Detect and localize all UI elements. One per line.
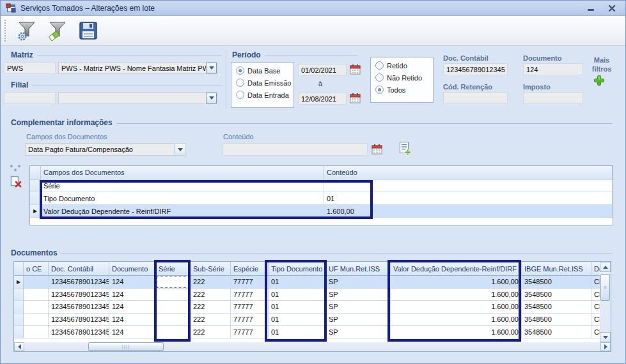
radio-data-entrada[interactable]: Data Entrada [236, 91, 293, 99]
documentos-grid-row[interactable]: 1234567890123451242227777701SP1.600,0035… [14, 289, 611, 301]
cell-sub-serie[interactable]: 222 [191, 314, 231, 326]
radio-data-base[interactable]: Data Base [236, 66, 293, 75]
header-especie[interactable]: Espécie [231, 262, 269, 276]
cell-doc-contabil[interactable]: 123456789012345 [49, 314, 109, 326]
cell-tipo-documento[interactable]: 01 [269, 301, 326, 314]
cell-especie[interactable]: 77777 [231, 326, 269, 338]
scroll-left-button[interactable] [14, 342, 24, 351]
cell-documento[interactable]: 124 [109, 314, 156, 326]
cell-doc-contabil[interactable]: 123456789012345 [49, 326, 109, 338]
cell-documento[interactable]: 124 [109, 301, 156, 314]
cell-o-ce[interactable] [24, 314, 49, 326]
horizontal-scrollbar[interactable]: |||| [14, 342, 611, 351]
cell-serie[interactable] [156, 276, 191, 289]
cell-valor-deducao[interactable]: 1.600,00 [391, 326, 522, 338]
filial-dropdown-button[interactable] [206, 93, 217, 103]
cell-documento[interactable]: 124 [109, 276, 156, 289]
filter-apply-button[interactable] [45, 18, 70, 43]
vertical-scrollbar[interactable]: ≡ [600, 262, 611, 342]
date-to-calendar-button[interactable] [350, 93, 361, 103]
minimize-button[interactable] [583, 3, 599, 13]
filter-settings-button[interactable] [14, 18, 40, 43]
cell-sub-serie[interactable]: 222 [191, 276, 231, 289]
cell-especie[interactable]: 77777 [231, 301, 269, 314]
cod-retencao-input[interactable] [443, 92, 508, 104]
conteudo-cell[interactable]: 1.600,00 [324, 205, 613, 218]
date-from-calendar-button[interactable] [350, 64, 361, 75]
campo-cell[interactable]: Série [41, 179, 324, 192]
cell-uf-mun-ret-iss[interactable]: SP [326, 301, 391, 314]
cell-especie[interactable]: 77777 [231, 276, 269, 289]
radio-nao-retido[interactable]: Não Retido [375, 73, 433, 82]
date-to-input[interactable]: 12/08/2021 [298, 93, 347, 105]
save-button[interactable] [75, 18, 101, 43]
radio-data-emissao[interactable]: Data Emissão [236, 79, 293, 87]
cell-o-ce[interactable] [24, 326, 49, 338]
cell-doc-contabil[interactable]: 123456789012345 [49, 276, 109, 289]
header-campos-documentos[interactable]: Campos dos Documentos [41, 166, 324, 179]
documentos-grid-row[interactable]: ▶1234567890123451242227777701SP1.600,003… [14, 276, 611, 289]
scroll-right-button[interactable] [600, 342, 611, 351]
row-selector-cell[interactable] [14, 289, 24, 301]
close-button[interactable] [604, 3, 620, 13]
cell-especie[interactable]: 77777 [231, 314, 269, 326]
cell-valor-deducao[interactable]: 1.600,00 [391, 301, 522, 314]
cell-o-ce[interactable] [24, 276, 49, 289]
header-documento[interactable]: Documento [109, 262, 156, 276]
toolbar-grip[interactable] [4, 20, 6, 42]
filial-combobox[interactable] [58, 92, 217, 104]
header-serie[interactable]: Série [156, 262, 191, 276]
cell-valor-deducao[interactable]: 1.600,00 [391, 289, 522, 301]
row-selector-cell[interactable] [14, 326, 24, 338]
scroll-down-button[interactable] [600, 332, 611, 342]
cell-serie[interactable] [156, 301, 191, 314]
radio-todos[interactable]: Todos [375, 86, 433, 94]
cell-ibge-mun-ret-iss[interactable]: 3548500 [522, 301, 591, 314]
remove-field-button[interactable] [7, 176, 25, 188]
cell-uf-mun-ret-iss[interactable]: SP [326, 276, 391, 289]
conteudo-input[interactable] [223, 143, 368, 156]
campos-dropdown-button[interactable] [175, 144, 185, 155]
cell-valor-deducao[interactable]: 1.600,00 [391, 276, 522, 289]
cell-tipo-documento[interactable]: 01 [269, 314, 326, 326]
row-selector-cell[interactable] [14, 314, 24, 326]
cell-serie[interactable] [156, 314, 191, 326]
cell-documento[interactable]: 124 [109, 326, 156, 338]
header-sub-serie[interactable]: Sub-Série [191, 262, 231, 276]
campos-grid-row[interactable]: ▶Valor Dedução Dependente - Reinf/DIRF1.… [30, 205, 613, 218]
row-selector-cell[interactable]: ▶ [14, 276, 24, 289]
cell-documento[interactable]: 124 [109, 289, 156, 301]
row-selector-cell[interactable] [30, 192, 41, 205]
cell-sub-serie[interactable]: 222 [191, 289, 231, 301]
row-selector-cell[interactable] [30, 179, 41, 192]
date-from-input[interactable]: 01/02/2021 [298, 64, 347, 76]
documentos-grid-row[interactable]: 1234567890123451242227777701SP1.600,0035… [14, 314, 611, 326]
row-selector-cell[interactable] [14, 301, 24, 314]
cell-tipo-documento[interactable]: 01 [269, 289, 326, 301]
cell-o-ce[interactable] [24, 289, 49, 301]
campos-grid-row[interactable]: Tipo Documento01 [30, 192, 613, 205]
horizontal-scroll-thumb[interactable]: |||| [88, 342, 164, 351]
panel-grip-icon[interactable]: ● ● ● [7, 164, 25, 172]
cell-doc-contabil[interactable]: 123456789012345 [49, 301, 109, 314]
header-valor-deducao[interactable]: Valor Dedução Dependente-Reinf/DIRF [391, 262, 522, 276]
campos-grid-row[interactable]: Série [30, 179, 613, 192]
doc-contabil-input[interactable]: 123456789012345 [443, 63, 508, 75]
header-o-ce[interactable]: o CE [24, 262, 49, 276]
documentos-grid-row[interactable]: 1234567890123451242227777701SP1.600,0035… [14, 301, 611, 314]
documento-input[interactable]: 124 [523, 63, 583, 75]
matriz-code-input[interactable]: PWS [4, 62, 56, 74]
header-ibge-mun-ret-iss[interactable]: IBGE Mun.Ret.ISS [522, 262, 591, 276]
header-doc-contabil[interactable]: Doc. Contábil [49, 262, 109, 276]
cell-doc-contabil[interactable]: 123456789012345 [49, 289, 109, 301]
header-uf-mun-ret-iss[interactable]: UF Mun.Ret.ISS [326, 262, 391, 276]
add-field-button[interactable] [398, 141, 412, 156]
header-tipo-documento[interactable]: Tipo Documento [269, 262, 326, 276]
conteudo-calendar-button[interactable] [372, 144, 382, 155]
radio-retido[interactable]: Retido [375, 61, 433, 70]
header-conteudo[interactable]: Conteúdo [324, 166, 613, 179]
conteudo-cell[interactable] [324, 179, 613, 192]
cell-ibge-mun-ret-iss[interactable]: 3548500 [522, 289, 591, 301]
imposto-input[interactable] [523, 92, 583, 104]
cell-serie[interactable] [156, 326, 191, 338]
